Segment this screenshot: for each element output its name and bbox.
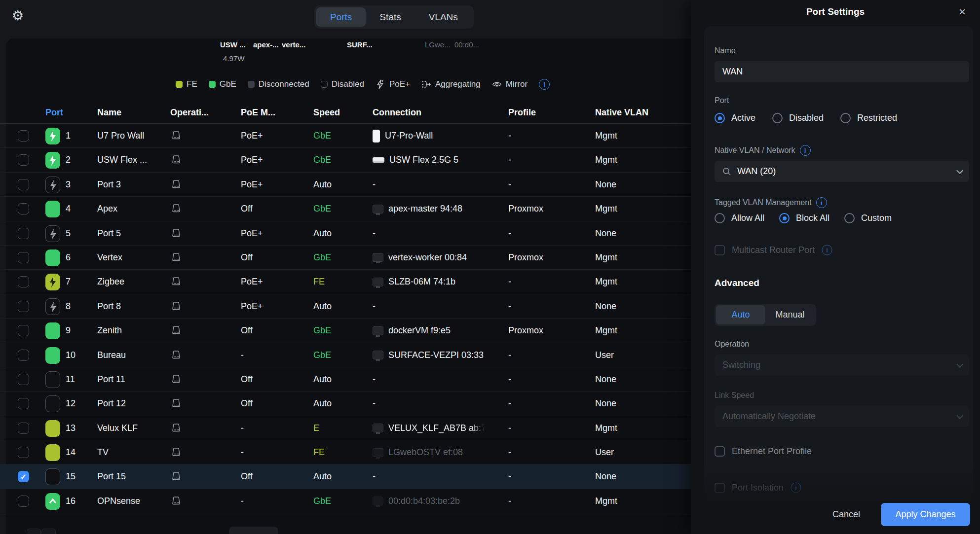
- row-checkbox[interactable]: [18, 252, 29, 263]
- connection-device-icon: [373, 157, 384, 163]
- col-operation[interactable]: Operati...: [170, 101, 209, 124]
- row-checkbox[interactable]: [18, 154, 29, 166]
- link-speed-select[interactable]: Automatically Negotiate: [715, 406, 969, 427]
- switch-device-icon: [170, 350, 182, 361]
- segment-manual[interactable]: Manual: [765, 305, 815, 324]
- row-checkbox[interactable]: [18, 203, 29, 214]
- tab-stats[interactable]: Stats: [366, 7, 415, 27]
- radio-dot: [844, 213, 855, 223]
- tagged-vlan-info-icon[interactable]: i: [816, 197, 827, 208]
- poe-mode: Off: [241, 392, 253, 416]
- table-row[interactable]: 2 USW Flex ... PoE+ GbE USW Flex 2.5G 5 …: [0, 148, 691, 172]
- port-isolation-info-icon[interactable]: i: [791, 483, 801, 493]
- device-label[interactable]: apex-...: [253, 40, 279, 49]
- port-status-icon: [45, 274, 60, 290]
- table-row[interactable]: 1 U7 Pro Wall PoE+ GbE U7-Pro-Wall - Mgm…: [0, 124, 691, 148]
- col-port[interactable]: Port: [45, 101, 63, 124]
- radio-restricted[interactable]: Restricted: [840, 113, 897, 123]
- table-row[interactable]: 3 Port 3 PoE+ Auto - - None: [0, 173, 691, 197]
- panel-footer: Cancel Apply Changes: [691, 495, 980, 534]
- table-row[interactable]: 12 Port 12 Off Auto - - None: [0, 392, 691, 416]
- multicast-router-port-checkbox[interactable]: Multicast Router Port i: [715, 245, 832, 255]
- radio-label: Disabled: [789, 113, 824, 123]
- port-status-icon: [45, 249, 60, 266]
- connection-device-icon: [373, 497, 383, 505]
- mirror-eye-icon: [492, 79, 502, 89]
- segment-auto[interactable]: Auto: [716, 305, 765, 324]
- tab-ports[interactable]: Ports: [316, 7, 366, 27]
- ethernet-port-profile-checkbox[interactable]: Ethernet Port Profile: [715, 446, 812, 457]
- profile-value: -: [508, 148, 511, 172]
- table-row[interactable]: 10 Bureau - GbE SURFACE-VEZPI 03:33 - Us…: [0, 343, 691, 367]
- pagination-button[interactable]: [27, 529, 41, 534]
- native-vlan-value: Mgmt: [595, 124, 617, 148]
- col-native-vlan[interactable]: Native VLAN: [595, 101, 648, 124]
- port-speed: GbE: [313, 124, 331, 148]
- device-label[interactable]: verte...: [282, 40, 305, 49]
- port-status-icon: [45, 225, 60, 242]
- tab-vlans[interactable]: VLANs: [415, 7, 472, 27]
- apply-changes-button[interactable]: Apply Changes: [881, 503, 970, 526]
- native-vlan-value: Mgmt: [595, 270, 617, 294]
- row-checkbox[interactable]: [18, 496, 29, 507]
- radio-custom[interactable]: Custom: [844, 213, 892, 223]
- row-checkbox[interactable]: [18, 228, 29, 239]
- row-checkbox[interactable]: [18, 301, 29, 312]
- gbe-legend-swatch: [209, 81, 216, 88]
- row-checkbox[interactable]: [18, 423, 29, 434]
- legend-info-icon[interactable]: i: [539, 79, 550, 90]
- radio-block-all[interactable]: Block All: [779, 213, 829, 223]
- device-label[interactable]: LGwe...: [425, 40, 451, 49]
- pagination-button[interactable]: [41, 529, 56, 534]
- radio-disabled[interactable]: Disabled: [772, 113, 824, 123]
- name-label: Name: [715, 46, 736, 55]
- row-checkbox[interactable]: [18, 447, 29, 458]
- native-vlan-info-icon[interactable]: i: [800, 145, 811, 156]
- col-speed[interactable]: Speed: [313, 101, 340, 124]
- table-row[interactable]: 6 Vertex Off GbE vertex-worker 00:84 Pro…: [0, 246, 691, 270]
- settings-gear-icon[interactable]: ⚙: [9, 7, 27, 25]
- col-name[interactable]: Name: [97, 101, 121, 124]
- port-status-icon: [45, 152, 60, 169]
- row-checkbox[interactable]: [18, 276, 29, 287]
- radio-allow-all[interactable]: Allow All: [715, 213, 764, 223]
- table-row[interactable]: 11 Port 11 Off Auto - - None: [0, 367, 691, 392]
- device-label[interactable]: SURF...: [347, 40, 373, 49]
- cancel-button[interactable]: Cancel: [832, 509, 860, 520]
- col-profile[interactable]: Profile: [508, 101, 536, 124]
- table-row[interactable]: 13 Velux KLF - E VELUX_KLF_AB7B ab:7 - M…: [0, 416, 691, 440]
- port-name: OPNsense: [97, 489, 140, 513]
- native-vlan-select[interactable]: WAN (20): [715, 161, 969, 182]
- table-row[interactable]: 4 Apex Off GbE apex-master 94:48 Proxmox…: [0, 197, 691, 221]
- row-checkbox[interactable]: [18, 350, 29, 361]
- table-row[interactable]: 14 TV - FE LGwebOSTV ef:08 - User: [0, 440, 691, 464]
- poe-mode: PoE+: [241, 294, 263, 319]
- port-isolation-checkbox[interactable]: Port Isolation i: [715, 482, 801, 493]
- row-checkbox[interactable]: [18, 374, 29, 385]
- multicast-info-icon[interactable]: i: [822, 245, 832, 255]
- device-label[interactable]: USW ...: [220, 40, 246, 49]
- table-row[interactable]: 9 Zenith Off GbE dockerVM f9:e5 Proxmox …: [0, 319, 691, 343]
- operation-select[interactable]: Switching: [715, 355, 969, 376]
- row-checkbox[interactable]: [18, 179, 29, 190]
- col-poe-mode[interactable]: PoE M...: [241, 101, 275, 124]
- port-number: 7: [66, 270, 71, 294]
- row-checkbox[interactable]: [18, 325, 29, 336]
- table-row[interactable]: 16 OPNsense - GbE 00:d0:b4:03:be:2b - Mg…: [0, 489, 691, 513]
- name-input[interactable]: WAN: [715, 61, 969, 82]
- radio-active[interactable]: Active: [715, 113, 755, 123]
- table-row[interactable]: 7 Zigbee PoE+ FE SLZB-06M 74:1b - Mgmt: [0, 270, 691, 294]
- pagination-pill[interactable]: [229, 527, 278, 534]
- row-checkbox[interactable]: [18, 130, 29, 142]
- poe-mode: -: [241, 343, 244, 367]
- close-icon[interactable]: ×: [954, 4, 970, 20]
- table-row[interactable]: 8 Port 8 PoE+ Auto - - None: [0, 294, 691, 319]
- table-row[interactable]: 15 Port 15 Off Auto - - None: [0, 464, 691, 489]
- connection-device-icon: [373, 448, 383, 457]
- device-label[interactable]: 00:d0...: [454, 40, 479, 49]
- port-number: 4: [66, 197, 71, 221]
- row-checkbox[interactable]: [18, 471, 29, 482]
- table-row[interactable]: 5 Port 5 PoE+ Auto - - None: [0, 221, 691, 246]
- row-checkbox[interactable]: [18, 398, 29, 409]
- col-connection[interactable]: Connection: [373, 101, 421, 124]
